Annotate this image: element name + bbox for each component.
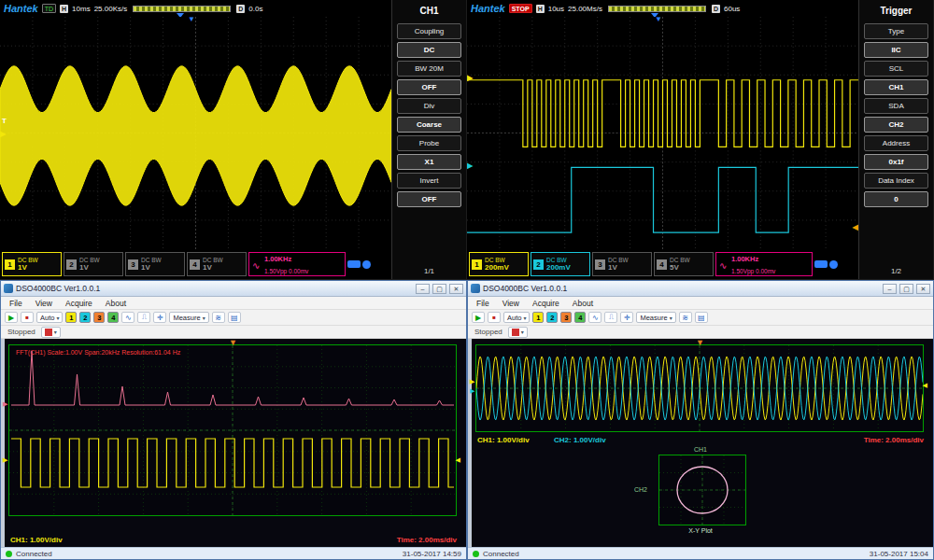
channel-3-info[interactable]: 3DC BW1V bbox=[125, 252, 185, 276]
trigger-level-marker-icon[interactable]: ◀ bbox=[853, 224, 858, 231]
menu-about[interactable]: About bbox=[566, 299, 600, 308]
channel-2-button[interactable]: 2 bbox=[546, 312, 558, 323]
ch2-ground-marker-icon[interactable]: ▶ bbox=[467, 162, 473, 170]
ch1-level-marker-icon[interactable]: ▶ bbox=[3, 456, 7, 463]
close-button[interactable]: ✕ bbox=[916, 284, 930, 294]
ch1-scale-label: CH1: 1.00V/div bbox=[10, 536, 63, 544]
menu-item-probe[interactable]: Probe bbox=[397, 135, 461, 151]
timebase-dropdown[interactable]: ▾ bbox=[41, 327, 61, 338]
menu-acquire[interactable]: Acquire bbox=[526, 299, 566, 308]
menu-item-address[interactable]: Address bbox=[864, 135, 928, 151]
window-titlebar[interactable]: DSO4000BC Ver1.0.0.1 – ▢ ✕ bbox=[1, 281, 466, 297]
timebase-dropdown[interactable]: ▾ bbox=[508, 327, 528, 338]
datetime: 31-05-2017 14:59 bbox=[403, 550, 461, 558]
menu-item-x1[interactable]: X1 bbox=[397, 154, 461, 170]
menu-file[interactable]: File bbox=[470, 299, 496, 308]
trigger-level-indicator: T bbox=[2, 118, 7, 125]
channel-1-button[interactable]: 1 bbox=[532, 312, 544, 323]
menu-item-0[interactable]: 0 bbox=[864, 191, 928, 207]
trigger-position-marker-icon[interactable]: ▼ bbox=[229, 339, 237, 347]
channel-4-button[interactable]: 4 bbox=[574, 312, 586, 323]
save-icon[interactable]: ▤ bbox=[695, 312, 708, 323]
measure-label: Measure bbox=[173, 314, 200, 322]
trigger-position-bar[interactable] bbox=[133, 6, 231, 12]
menu-item-off[interactable]: OFF bbox=[397, 79, 461, 95]
pulse-icon[interactable]: ⎍ bbox=[137, 312, 150, 323]
menu-view[interactable]: View bbox=[496, 299, 526, 308]
trigger-mode-dropdown[interactable]: Auto▾ bbox=[36, 312, 63, 323]
menu-item-coupling[interactable]: Coupling bbox=[397, 23, 461, 39]
trigger-level-marker-icon[interactable]: ◀ bbox=[456, 456, 460, 463]
fft-trace-marker-icon[interactable]: ▶ bbox=[3, 400, 7, 407]
menu-item-bw-20m[interactable]: BW 20M bbox=[397, 61, 461, 77]
menu-item-sda[interactable]: SDA bbox=[864, 98, 928, 114]
maximize-button[interactable]: ▢ bbox=[899, 284, 913, 294]
save-icon[interactable]: ▤ bbox=[228, 312, 241, 323]
menu-item-iic[interactable]: IIC bbox=[864, 42, 928, 58]
channel-2-info[interactable]: 2DC BW200mV bbox=[531, 252, 590, 276]
generator-info[interactable]: ∿ 1.00KHz 1.50Vpp 0.00mv bbox=[248, 252, 346, 276]
channel-3-button[interactable]: 3 bbox=[93, 312, 105, 323]
ch2-level-marker-icon[interactable]: ▶ bbox=[470, 387, 474, 394]
menu-item-0x1f[interactable]: 0x1f bbox=[864, 154, 928, 170]
ch1-ground-marker-icon[interactable]: ▶ bbox=[467, 75, 473, 82]
channel-3-info[interactable]: 3DC BW1V bbox=[592, 252, 652, 276]
minimize-button[interactable]: – bbox=[883, 284, 897, 294]
oscilloscope-screen-1: Hantek TD H 10ms 25.00Ks/s D 0.0s ▼ T ▶ … bbox=[0, 0, 467, 280]
device-icon bbox=[829, 260, 838, 269]
sine-icon[interactable]: ∿ bbox=[121, 312, 134, 323]
generator-info[interactable]: ∿ 1.00KHz 1.50Vpp 0.00mv bbox=[715, 252, 813, 276]
ch1-level-marker-icon[interactable]: ▶ bbox=[470, 378, 474, 385]
menu-item-ch1[interactable]: CH1 bbox=[864, 79, 928, 95]
channel-2-info[interactable]: 2DC BW1V bbox=[64, 252, 123, 276]
channel-4-info[interactable]: 4DC BW1V bbox=[187, 252, 247, 276]
minimize-button[interactable]: – bbox=[416, 284, 430, 294]
fft-icon[interactable]: ≋ bbox=[212, 312, 225, 323]
cursor-icon[interactable]: ✛ bbox=[620, 312, 633, 323]
vertical-scroll-gutter[interactable] bbox=[468, 339, 472, 547]
vertical-scroll-gutter[interactable] bbox=[1, 339, 5, 547]
run-icon[interactable]: ▶ bbox=[5, 312, 18, 323]
menu-item-scl[interactable]: SCL bbox=[864, 61, 928, 77]
fft-icon[interactable]: ≋ bbox=[679, 312, 692, 323]
trigger-position-marker-icon[interactable]: ▼ bbox=[696, 339, 704, 347]
cursor-icon[interactable]: ✛ bbox=[153, 312, 166, 323]
channel-1-button[interactable]: 1 bbox=[65, 312, 77, 323]
channel-4-button[interactable]: 4 bbox=[107, 312, 119, 323]
ch1-ground-marker-icon[interactable]: ▶ bbox=[0, 131, 6, 138]
menu-about[interactable]: About bbox=[99, 299, 133, 308]
measure-dropdown[interactable]: Measure▾ bbox=[169, 312, 208, 323]
trigger-mode-dropdown[interactable]: Auto▾ bbox=[503, 312, 530, 323]
menu-item-data-index[interactable]: Data Index bbox=[864, 173, 928, 189]
close-button[interactable]: ✕ bbox=[449, 284, 463, 294]
menu-item-coarse[interactable]: Coarse bbox=[397, 117, 461, 133]
channel-4-info[interactable]: 4DC BW5V bbox=[654, 252, 714, 276]
trigger-position-marker-icon[interactable]: ▼ bbox=[655, 17, 662, 23]
menu-file[interactable]: File bbox=[3, 299, 29, 308]
menu-item-type[interactable]: Type bbox=[864, 23, 928, 39]
run-icon[interactable]: ▶ bbox=[472, 312, 485, 323]
menu-item-off[interactable]: OFF bbox=[397, 191, 461, 207]
pulse-icon[interactable]: ⎍ bbox=[604, 312, 617, 323]
channel-2-button[interactable]: 2 bbox=[79, 312, 91, 323]
menu-item-invert[interactable]: Invert bbox=[397, 173, 461, 189]
trigger-position-bar[interactable] bbox=[608, 6, 706, 12]
channel-1-info[interactable]: 1DC BW200mV bbox=[469, 252, 529, 276]
trigger-position-marker-icon[interactable]: ▼ bbox=[188, 17, 195, 23]
channel-1-info[interactable]: 1DC BW1V bbox=[2, 252, 62, 276]
oscilloscope-screen-2: Hantek STOP H 10us 25.00Ms/s D 60us ▼ ▶ … bbox=[467, 0, 934, 280]
acquisition-stop-badge: STOP bbox=[509, 4, 532, 13]
stop-icon[interactable]: ■ bbox=[21, 312, 34, 323]
stop-icon[interactable]: ■ bbox=[488, 312, 501, 323]
menu-acquire[interactable]: Acquire bbox=[59, 299, 99, 308]
menu-item-dc[interactable]: DC bbox=[397, 42, 461, 58]
menu-view[interactable]: View bbox=[29, 299, 59, 308]
menu-item-ch2[interactable]: CH2 bbox=[864, 117, 928, 133]
sine-icon[interactable]: ∿ bbox=[588, 312, 601, 323]
window-titlebar[interactable]: DSO4000BC Ver1.0.0.1 – ▢ ✕ bbox=[468, 281, 933, 297]
menu-item-div[interactable]: Div bbox=[397, 98, 461, 114]
channel-3-button[interactable]: 3 bbox=[560, 312, 572, 323]
measure-dropdown[interactable]: Measure▾ bbox=[636, 312, 675, 323]
maximize-button[interactable]: ▢ bbox=[432, 284, 446, 294]
trigger-level-marker-icon[interactable]: ◀ bbox=[923, 382, 927, 388]
